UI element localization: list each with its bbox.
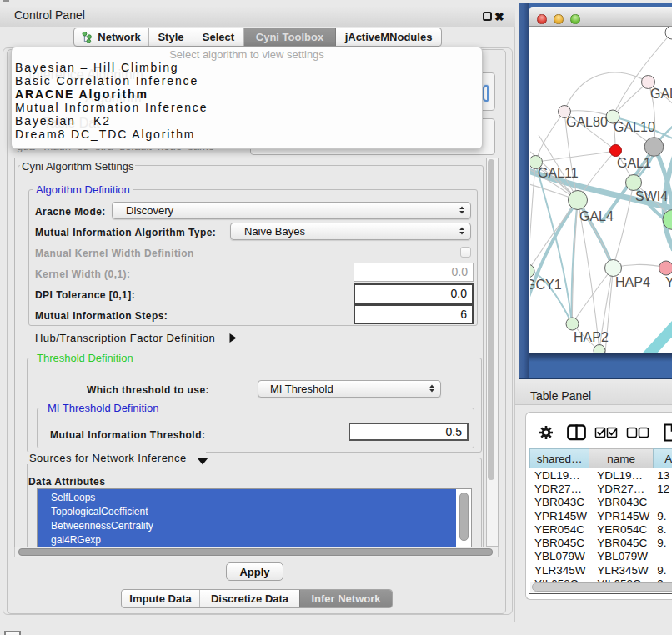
svg-text:Y: Y xyxy=(665,275,672,289)
svg-text:GAL11: GAL11 xyxy=(538,166,579,180)
svg-text:GAL10: GAL10 xyxy=(614,120,655,134)
svg-text:SWI4: SWI4 xyxy=(635,189,668,203)
svg-text:HAP2: HAP2 xyxy=(574,330,609,344)
svg-text:GAL4: GAL4 xyxy=(579,209,614,223)
svg-text:HAP4: HAP4 xyxy=(615,275,650,289)
svg-text:GCY1: GCY1 xyxy=(530,278,562,292)
svg-text:GAL7: GAL7 xyxy=(650,87,672,101)
svg-text:GAL80: GAL80 xyxy=(566,115,608,129)
svg-text:GAL1: GAL1 xyxy=(617,156,651,170)
